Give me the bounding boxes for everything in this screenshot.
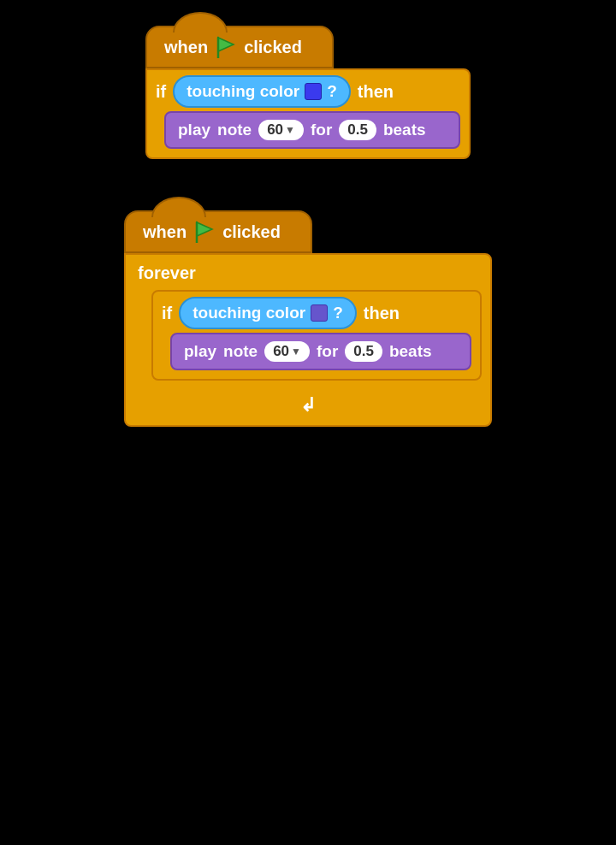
svg-marker-2 bbox=[197, 222, 212, 236]
touching-color-block-1[interactable]: touching color ? bbox=[173, 75, 351, 108]
green-flag-icon-1 bbox=[215, 36, 237, 58]
play-note-block-1[interactable]: play note 60 ▼ for 0.5 beats bbox=[164, 111, 460, 149]
forever-inner: if touching color ? then play note 60 ▼ bbox=[151, 290, 482, 384]
if-label-1: if bbox=[156, 82, 166, 102]
question-1: ? bbox=[327, 82, 337, 101]
touching-label-2: touching color bbox=[192, 304, 305, 322]
if-block-2: if touching color ? then play note 60 ▼ bbox=[151, 290, 482, 381]
play-label-1: play bbox=[178, 121, 210, 139]
forever-label: forever bbox=[138, 263, 196, 282]
block-group-1: when clicked if touching color ? then pl… bbox=[145, 26, 471, 159]
forever-row: forever bbox=[134, 260, 482, 287]
if-row-2: if touching color ? then bbox=[162, 297, 471, 329]
note-label-1: note bbox=[217, 121, 252, 139]
touching-label-1: touching color bbox=[187, 82, 299, 101]
green-flag-icon-2 bbox=[193, 221, 216, 243]
note-dropdown-arrow-1: ▼ bbox=[285, 124, 295, 136]
play-label-2: play bbox=[184, 342, 216, 361]
then-label-2: then bbox=[364, 304, 400, 323]
beats-value-1[interactable]: 0.5 bbox=[339, 120, 376, 140]
svg-marker-0 bbox=[218, 38, 234, 51]
beats-label-2: beats bbox=[389, 342, 432, 361]
if-label-2: if bbox=[162, 304, 172, 323]
color-swatch-2[interactable] bbox=[311, 304, 328, 322]
play-note-block-2[interactable]: play note 60 ▼ for 0.5 beats bbox=[170, 333, 471, 370]
hat-block-1[interactable]: when clicked bbox=[145, 26, 334, 68]
clicked-label-1: clicked bbox=[244, 38, 302, 57]
when-label-2: when bbox=[143, 222, 187, 242]
beats-label-1: beats bbox=[383, 121, 426, 139]
forever-bottom: ↲ bbox=[134, 387, 482, 425]
note-label-2: note bbox=[223, 342, 258, 361]
beats-value-2[interactable]: 0.5 bbox=[345, 341, 382, 362]
question-2: ? bbox=[333, 304, 343, 322]
loop-arrow-icon: ↲ bbox=[300, 394, 316, 417]
touching-color-block-2[interactable]: touching color ? bbox=[179, 297, 357, 329]
hat-block-2[interactable]: when clicked bbox=[124, 210, 312, 253]
when-label-1: when bbox=[164, 38, 208, 57]
if-row-1: if touching color ? then bbox=[156, 75, 460, 108]
for-label-1: for bbox=[311, 121, 332, 139]
clicked-label-2: clicked bbox=[222, 222, 281, 242]
forever-block-2: forever if touching color ? then play bbox=[124, 253, 492, 427]
for-label-2: for bbox=[317, 342, 338, 361]
block-group-2: when clicked forever if touching color ? bbox=[124, 210, 492, 427]
note-value-2[interactable]: 60 ▼ bbox=[264, 341, 310, 362]
then-label-1: then bbox=[358, 82, 394, 102]
note-value-1[interactable]: 60 ▼ bbox=[258, 120, 304, 140]
if-block-1: if touching color ? then play note 60 ▼ … bbox=[145, 68, 471, 159]
color-swatch-1[interactable] bbox=[305, 83, 322, 100]
note-dropdown-arrow-2: ▼ bbox=[291, 346, 301, 358]
